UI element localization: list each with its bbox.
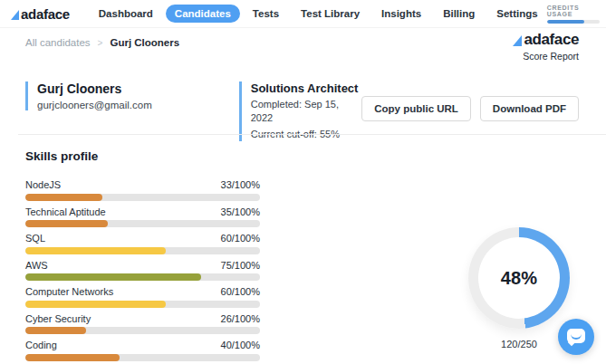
copy-public-url-button[interactable]: Copy public URL <box>361 96 471 121</box>
score-report-page: adaface DashboardCandidatesTestsTest Lib… <box>0 0 606 364</box>
test-title: Solutions Architect <box>251 81 361 95</box>
breadcrumb: All candidates > Gurj Clooners <box>25 37 179 48</box>
skill-head: Cyber Security26/100% <box>25 313 260 325</box>
candidate-email: gurjclooners@gmail.com <box>37 100 152 110</box>
skill-label: NodeJS <box>25 179 61 191</box>
overall-donut-hole: 48% <box>478 237 560 319</box>
skill-bar-track <box>25 327 260 334</box>
overall-score-percent: 48% <box>501 268 538 289</box>
skills-profile-section: Skills profile NodeJS33/100%Technical Ap… <box>25 149 260 364</box>
skill-head: Coding40/100% <box>25 340 260 351</box>
top-nav: adaface DashboardCandidatesTestsTest Lib… <box>0 0 606 28</box>
skill-row-coding: Coding40/100% <box>25 340 260 361</box>
skill-bar-fill <box>25 273 201 281</box>
skill-head: Computer Networks60/100% <box>25 286 260 298</box>
intercom-chat-button[interactable] <box>558 319 594 355</box>
skill-label: AWS <box>25 260 48 272</box>
skill-score: 60/100% <box>221 233 260 244</box>
skill-row-nodejs: NodeJS33/100% <box>25 179 260 201</box>
skill-bar-track <box>25 247 260 254</box>
credits-usage-label: CREDITS USAGE <box>547 5 600 17</box>
nav-item-dashboard[interactable]: Dashboard <box>90 5 162 23</box>
score-report-label: Score Report <box>513 51 579 62</box>
skill-head: AWS75/100% <box>25 260 260 272</box>
skill-bar-fill <box>25 301 166 308</box>
breadcrumb-separator: > <box>98 38 103 48</box>
skill-bar-fill <box>25 247 166 254</box>
section-divider <box>18 134 606 135</box>
nav-item-tests[interactable]: Tests <box>244 5 288 23</box>
skill-row-sql: SQL60/100% <box>25 233 260 254</box>
skills-profile-title: Skills profile <box>25 149 260 163</box>
skill-bar-fill <box>25 354 120 361</box>
nav-item-insights[interactable]: Insights <box>372 5 430 23</box>
skill-score: 75/100% <box>221 260 260 272</box>
report-brand-logo-text: adaface <box>524 31 579 49</box>
skill-score: 33/100% <box>221 179 260 191</box>
nav-right: CREDITS USAGE Adaface <box>547 5 606 24</box>
overall-score-fraction: 120/250 <box>468 339 570 350</box>
download-pdf-button[interactable]: Download PDF <box>480 96 579 121</box>
nav-item-settings[interactable]: Settings <box>487 5 546 23</box>
credits-usage[interactable]: CREDITS USAGE <box>547 5 600 24</box>
skills-list: NodeJS33/100%Technical Aptitude35/100%SQ… <box>25 179 260 361</box>
candidate-identity: Gurj Clooners gurjclooners@gmail.com <box>25 81 152 110</box>
adaface-logo-icon <box>11 10 19 20</box>
skill-head: Technical Aptitude35/100% <box>25 206 260 218</box>
report-brand-logo: adaface <box>513 31 579 49</box>
nav-item-billing[interactable]: Billing <box>434 5 484 23</box>
skill-label: Technical Aptitude <box>25 206 106 218</box>
skill-bar-track <box>25 194 260 201</box>
skill-label: SQL <box>25 233 45 244</box>
chat-bubble-icon <box>567 329 585 343</box>
candidate-strip: Gurj Clooners gurjclooners@gmail.com Sol… <box>25 81 579 141</box>
breadcrumb-current: Gurj Clooners <box>110 37 179 48</box>
test-completed-date: Completed: Sep 15, 2022 <box>251 98 361 125</box>
skill-bar-fill <box>25 220 108 227</box>
skill-head: SQL60/100% <box>25 233 260 244</box>
skill-row-cyber-security: Cyber Security26/100% <box>25 313 260 335</box>
skill-score: 60/100% <box>221 286 260 298</box>
skill-bar-fill <box>25 327 86 334</box>
breadcrumb-all-candidates[interactable]: All candidates <box>25 37 91 48</box>
adaface-logo-text: adaface <box>21 6 70 22</box>
skill-bar-fill <box>25 194 102 201</box>
nav-item-test-library[interactable]: Test Library <box>292 5 369 23</box>
skill-bar-track <box>25 220 260 227</box>
adaface-logo-icon <box>513 35 522 46</box>
skill-score: 26/100% <box>221 313 260 325</box>
chat-smile-icon <box>571 334 582 340</box>
skill-bar-track <box>25 273 260 281</box>
skill-row-technical-aptitude: Technical Aptitude35/100% <box>25 206 260 228</box>
skill-label: Cyber Security <box>25 313 91 325</box>
skill-bar-track <box>25 354 260 361</box>
skill-label: Coding <box>25 340 57 351</box>
nav-items: DashboardCandidatesTestsTest LibraryInsi… <box>90 5 547 23</box>
candidate-name: Gurj Clooners <box>37 81 152 96</box>
report-brand: adaface Score Report <box>513 31 579 62</box>
skill-label: Computer Networks <box>25 286 113 298</box>
skill-head: NodeJS33/100% <box>25 179 260 191</box>
overall-donut: 48% <box>468 227 570 329</box>
skill-bar-track <box>25 301 260 308</box>
nav-item-candidates[interactable]: Candidates <box>166 5 240 23</box>
test-summary: Solutions Architect Completed: Sep 15, 2… <box>239 81 361 141</box>
skill-row-aws: AWS75/100% <box>25 260 260 282</box>
report-actions: Copy public URL Download PDF <box>361 96 579 121</box>
credits-usage-bar <box>547 20 600 24</box>
adaface-logo[interactable]: adaface <box>11 6 70 22</box>
skill-row-computer-networks: Computer Networks60/100% <box>25 286 260 308</box>
skill-score: 40/100% <box>221 340 260 351</box>
skill-score: 35/100% <box>221 206 260 218</box>
credits-bar-fill <box>547 20 585 24</box>
